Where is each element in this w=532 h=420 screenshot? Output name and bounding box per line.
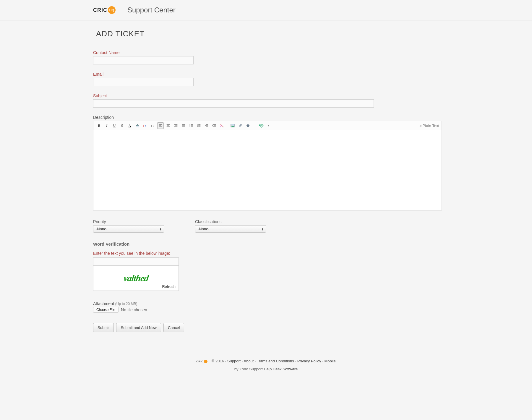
- svg-text:T: T: [153, 125, 154, 127]
- footer-line-1: CRIC © 2016 · Support · About · Terms an…: [93, 359, 439, 363]
- submit-buttons: Submit Submit and Add New Cancel: [93, 323, 439, 332]
- footer-brand-circle-icon: [204, 360, 207, 363]
- footer-link-terms[interactable]: Terms and Conditions: [257, 359, 294, 363]
- footer-logo: CRIC: [196, 360, 207, 363]
- footer-link-privacy[interactable]: Privacy Policy: [297, 359, 321, 363]
- align-right-icon[interactable]: [173, 122, 179, 129]
- outdent-icon[interactable]: [203, 122, 210, 129]
- clear-format-icon[interactable]: A: [219, 122, 225, 129]
- font-family-icon[interactable]: FF: [142, 122, 148, 129]
- unordered-list-icon[interactable]: [188, 122, 194, 129]
- footer-copyright: © 2016: [212, 359, 224, 363]
- align-center-icon[interactable]: [165, 122, 171, 129]
- editor-toolbar: B I U S A FF TT: [93, 121, 442, 130]
- header-inner: CRIC HQ Support Center: [89, 6, 443, 14]
- svg-point-19: [190, 126, 190, 127]
- strikethrough-icon[interactable]: S: [119, 122, 125, 129]
- choose-file-button[interactable]: Choose File: [93, 307, 119, 313]
- svg-point-18: [190, 125, 190, 126]
- captcha-input[interactable]: [93, 257, 179, 266]
- insert-image-icon[interactable]: [229, 122, 236, 129]
- page-title: ADD TICKET: [96, 29, 439, 38]
- footer-byline-link[interactable]: Help Desk Software: [264, 367, 298, 371]
- page-body: ADD TICKET Contact Name Email Subject De…: [89, 20, 443, 395]
- footer-byline-prefix: by Zoho Support: [234, 367, 264, 371]
- underline-icon[interactable]: U: [111, 122, 118, 129]
- word-verification-instruction: Enter the text you see in the below imag…: [93, 251, 439, 256]
- header-title: Support Center: [127, 6, 176, 14]
- priority-label: Priority: [93, 219, 164, 224]
- field-priority: Priority -None- ▲▼: [93, 219, 164, 233]
- footer-link-about[interactable]: About: [244, 359, 254, 363]
- word-verification-heading: Word Verification: [93, 241, 439, 247]
- svg-text:T: T: [151, 124, 153, 127]
- captcha-refresh-link[interactable]: Refresh: [162, 284, 176, 289]
- svg-point-42: [247, 125, 248, 125]
- attachment-label: Attachment: [93, 301, 114, 306]
- captcha-text: valthed: [123, 273, 149, 283]
- footer: CRIC © 2016 · Support · About · Terms an…: [93, 359, 439, 371]
- brand-text-left: CRIC: [93, 7, 107, 13]
- description-textarea[interactable]: [93, 130, 442, 210]
- spellcheck-icon[interactable]: ABC: [258, 122, 265, 129]
- footer-sep: ·: [295, 359, 297, 363]
- submit-and-add-new-button[interactable]: Submit and Add New: [116, 323, 161, 332]
- bold-icon[interactable]: B: [96, 122, 102, 129]
- email-input[interactable]: [93, 78, 194, 86]
- ordered-list-icon[interactable]: 123: [196, 122, 202, 129]
- svg-rect-0: [136, 127, 139, 127]
- svg-text:F: F: [143, 124, 145, 127]
- attachment-hint: (Up to 20 MB): [115, 302, 137, 306]
- classifications-label: Classifications: [195, 219, 266, 224]
- field-description: Description B I U S A FF TT: [93, 115, 439, 210]
- subject-label: Subject: [93, 93, 439, 98]
- italic-icon[interactable]: I: [103, 122, 110, 129]
- indent-icon[interactable]: [211, 122, 218, 129]
- align-left-icon[interactable]: [157, 122, 164, 129]
- attachment-label-row: Attachment (Up to 20 MB): [93, 301, 439, 306]
- file-chosen-status: No file chosen: [121, 307, 147, 312]
- svg-line-46: [247, 127, 248, 127]
- field-email: Email: [93, 72, 439, 86]
- svg-line-47: [249, 127, 249, 127]
- footer-link-mobile[interactable]: Mobile: [324, 359, 335, 363]
- attachment-row: Choose File No file chosen: [93, 307, 439, 313]
- cancel-button[interactable]: Cancel: [163, 323, 184, 332]
- field-subject: Subject: [93, 93, 439, 108]
- header: CRIC HQ Support Center: [0, 0, 532, 20]
- email-label: Email: [93, 72, 439, 77]
- footer-line-2: by Zoho Support Help Desk Software: [93, 367, 439, 371]
- rich-text-editor: B I U S A FF TT: [93, 121, 442, 210]
- submit-button[interactable]: Submit: [93, 323, 114, 332]
- svg-text:3: 3: [197, 126, 198, 127]
- spellcheck-dropdown-icon[interactable]: ▼: [267, 122, 270, 129]
- font-color-icon[interactable]: A: [126, 122, 133, 129]
- contact-name-input[interactable]: [93, 56, 194, 64]
- html-view-icon[interactable]: [245, 122, 251, 129]
- footer-brand-text: CRIC: [196, 360, 203, 363]
- svg-point-38: [231, 125, 232, 126]
- svg-point-40: [240, 124, 242, 126]
- subject-input[interactable]: [93, 99, 374, 108]
- footer-link-support[interactable]: Support: [227, 359, 241, 363]
- field-contact-name: Contact Name: [93, 50, 439, 64]
- brand-circle: HQ: [108, 6, 116, 14]
- classifications-select[interactable]: -None-: [195, 225, 266, 233]
- priority-select[interactable]: -None-: [93, 225, 164, 233]
- contact-name-label: Contact Name: [93, 50, 439, 55]
- bg-color-icon[interactable]: [134, 122, 141, 129]
- align-justify-icon[interactable]: [180, 122, 187, 129]
- captcha-image: valthed Refresh: [93, 266, 179, 291]
- description-label: Description: [93, 115, 439, 120]
- footer-sep: ·: [225, 359, 227, 363]
- font-size-icon[interactable]: TT: [150, 122, 156, 129]
- plain-text-toggle[interactable]: « Plain Text: [419, 124, 439, 128]
- insert-link-icon[interactable]: [237, 122, 244, 129]
- svg-point-17: [190, 124, 190, 125]
- brand-logo[interactable]: CRIC HQ: [93, 6, 116, 14]
- field-classifications: Classifications -None- ▲▼: [195, 219, 266, 233]
- priority-classification-row: Priority -None- ▲▼ Classifications -None…: [93, 219, 439, 233]
- svg-point-41: [247, 124, 249, 127]
- svg-point-43: [249, 125, 249, 125]
- svg-text:F: F: [145, 125, 146, 127]
